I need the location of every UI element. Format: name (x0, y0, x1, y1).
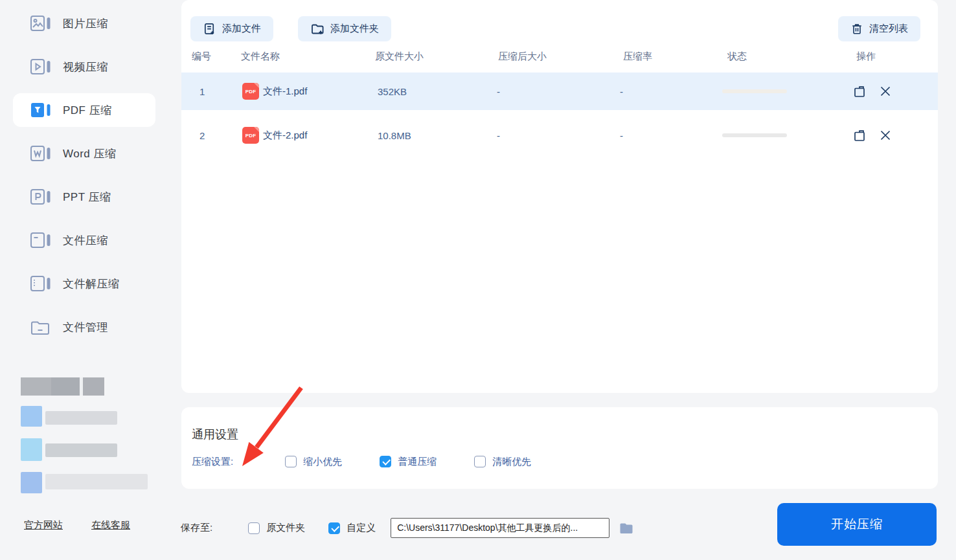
remove-file-icon[interactable] (878, 84, 893, 99)
sidebar-item-file-extract[interactable]: 文件解压缩 (13, 267, 155, 300)
compressed-size: - (497, 86, 500, 97)
sidebar-item-label: PDF 压缩 (63, 103, 112, 118)
sidebar-item-label: 文件解压缩 (63, 276, 120, 291)
ppt-compress-icon (29, 187, 51, 207)
custom-folder-label: 自定义 (347, 522, 376, 534)
add-folder-icon (310, 22, 324, 36)
sidebar-item-image-compress[interactable]: 图片压缩 (13, 6, 155, 40)
compression-ratio: - (620, 130, 623, 141)
col-header-ratio: 压缩率 (623, 50, 652, 63)
clarity-priority-label: 清晰优先 (492, 456, 531, 468)
pdf-compress-icon (29, 100, 51, 120)
official-website-link[interactable]: 官方网站 (24, 519, 63, 532)
sidebar-item-file-manage[interactable]: 文件管理 (13, 310, 155, 344)
compression-settings-label: 压缩设置: (192, 456, 233, 468)
shrink-priority-checkbox[interactable] (285, 456, 297, 467)
sidebar-links: 官方网站 在线客服 (24, 519, 130, 532)
table-row: 2 PDF 文件-2.pdf 10.8MB - - (181, 117, 938, 154)
sidebar: 图片压缩 视频压缩 PDF 压缩 (0, 0, 181, 560)
original-folder-label: 原文件夹 (266, 522, 305, 534)
file-extract-icon (29, 274, 51, 293)
file-compress-icon (29, 230, 51, 250)
file-name: 文件-1.pdf (263, 85, 307, 98)
add-file-icon (203, 22, 216, 36)
start-compression-button[interactable]: 开始压缩 (777, 503, 937, 546)
remove-file-icon[interactable] (878, 128, 893, 143)
general-settings-panel: 通用设置 压缩设置: 缩小优先 普通压缩 清晰优先 (181, 407, 938, 489)
placeholder-thumb (21, 406, 42, 427)
add-folder-label: 添加文件夹 (330, 23, 379, 35)
option-clarity-priority: 清晰优先 (474, 456, 531, 468)
sidebar-item-ppt-compress[interactable]: PPT 压缩 (13, 180, 155, 214)
shrink-priority-label: 缩小优先 (303, 456, 342, 468)
table-row: 1 PDF 文件-1.pdf 352KB - - (181, 73, 938, 110)
settings-title: 通用设置 (192, 427, 238, 442)
placeholder-thumb (21, 472, 42, 493)
col-header-operation: 操作 (856, 50, 876, 63)
add-folder-button[interactable]: 添加文件夹 (298, 16, 391, 41)
col-header-filename: 文件名称 (241, 50, 280, 63)
placeholder-bar (45, 474, 148, 489)
placeholder-bar (21, 377, 104, 396)
open-folder-icon[interactable] (852, 84, 867, 99)
trash-icon (850, 22, 863, 36)
row-number: 1 (199, 86, 205, 97)
original-size: 352KB (378, 86, 407, 97)
clear-list-label: 清空列表 (869, 23, 908, 35)
word-compress-icon (29, 144, 51, 163)
option-original-folder: 原文件夹 (248, 522, 305, 534)
sidebar-item-label: 文件压缩 (63, 233, 108, 248)
add-file-label: 添加文件 (222, 23, 261, 35)
sidebar-item-label: 文件管理 (63, 320, 108, 335)
sidebar-item-file-compress[interactable]: 文件压缩 (13, 223, 155, 257)
sidebar-item-label: 图片压缩 (63, 16, 108, 31)
status-progress-bar (722, 89, 787, 93)
save-to-row: 保存至: 原文件夹 自定义 (181, 518, 634, 538)
file-manage-icon (29, 317, 51, 337)
sidebar-item-label: 视频压缩 (63, 60, 108, 74)
image-compress-icon (29, 14, 51, 33)
option-shrink-priority: 缩小优先 (285, 456, 342, 468)
browse-folder-icon[interactable] (618, 521, 634, 536)
pdf-file-icon: PDF (242, 127, 259, 144)
sidebar-item-label: Word 压缩 (63, 146, 117, 161)
sidebar-item-word-compress[interactable]: Word 压缩 (13, 137, 155, 170)
custom-folder-checkbox[interactable] (328, 522, 340, 534)
normal-compression-checkbox[interactable] (380, 456, 391, 467)
clarity-priority-checkbox[interactable] (474, 456, 486, 467)
normal-compression-label: 普通压缩 (398, 456, 437, 468)
video-compress-icon (29, 57, 51, 76)
file-name: 文件-2.pdf (263, 129, 307, 142)
col-header-compressed-size: 压缩后大小 (498, 50, 547, 63)
option-normal-compression: 普通压缩 (380, 456, 437, 468)
original-size: 10.8MB (378, 130, 411, 141)
col-header-original-size: 原文件大小 (375, 50, 424, 63)
row-number: 2 (199, 130, 205, 141)
open-folder-icon[interactable] (852, 128, 867, 143)
file-list-panel: 添加文件 添加文件夹 清空列表 编号 文件名称 原文件大小 压缩后大小 压缩率 … (181, 0, 938, 393)
sidebar-item-pdf-compress[interactable]: PDF 压缩 (13, 93, 155, 127)
sidebar-item-video-compress[interactable]: 视频压缩 (13, 50, 155, 84)
compression-ratio: - (620, 86, 623, 97)
clear-list-button[interactable]: 清空列表 (838, 16, 920, 41)
sidebar-item-label: PPT 压缩 (63, 190, 111, 205)
col-header-status: 状态 (727, 50, 747, 63)
pdf-file-icon: PDF (242, 83, 259, 100)
sidebar-nav: 图片压缩 视频压缩 PDF 压缩 (13, 6, 155, 344)
compressed-size: - (497, 130, 500, 141)
placeholder-thumb (21, 438, 42, 461)
placeholder-bar (45, 411, 117, 425)
online-support-link[interactable]: 在线客服 (91, 519, 130, 532)
original-folder-checkbox[interactable] (248, 522, 260, 534)
col-header-number: 编号 (192, 50, 211, 63)
save-path-input[interactable] (391, 518, 609, 538)
status-progress-bar (722, 133, 787, 137)
add-file-button[interactable]: 添加文件 (190, 16, 273, 41)
placeholder-bar (45, 443, 117, 457)
option-custom-folder: 自定义 (328, 522, 376, 534)
compression-settings-row: 压缩设置: 缩小优先 普通压缩 清晰优先 (192, 454, 569, 469)
save-to-label: 保存至: (181, 522, 212, 534)
